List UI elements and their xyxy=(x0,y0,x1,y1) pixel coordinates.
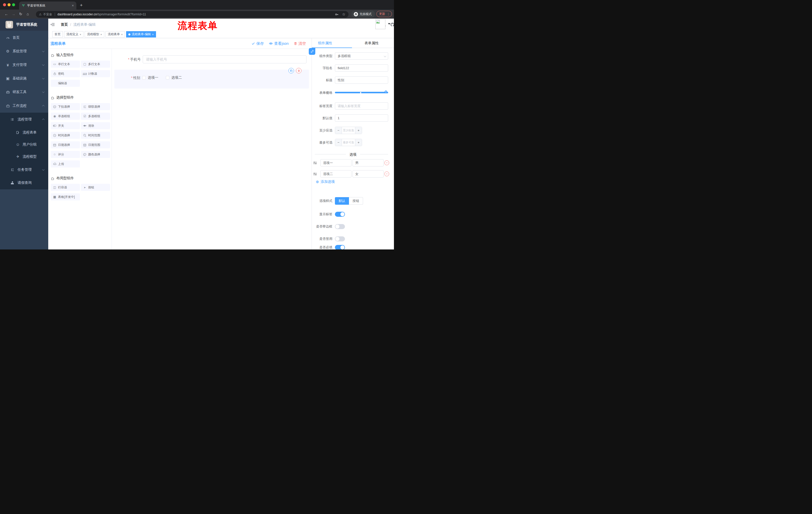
stepper-minus-button[interactable]: − xyxy=(335,127,342,134)
sidebar-item-system[interactable]: ⚙ 系统管理 xyxy=(0,45,48,58)
reload-icon[interactable]: ↻ xyxy=(19,12,22,16)
title-input[interactable] xyxy=(335,77,388,84)
slider-handle[interactable] xyxy=(385,90,387,93)
avatar-dropdown-caret[interactable] xyxy=(388,23,390,25)
tag-close-icon[interactable]: × xyxy=(152,33,153,36)
gender-checkbox-option1[interactable]: 选项一 xyxy=(142,76,158,80)
field-name-input[interactable] xyxy=(335,64,388,72)
stepper-minus-button[interactable]: − xyxy=(335,139,342,146)
tag-process-model[interactable]: 流程模型 × xyxy=(85,31,104,37)
checkbox-box[interactable] xyxy=(166,76,169,79)
remove-option1-button[interactable]: − xyxy=(384,160,389,165)
option2-label-input[interactable] xyxy=(320,170,351,178)
form-canvas[interactable]: 手机号 性别 选项一 选项二 xyxy=(112,49,312,249)
border-toggle[interactable] xyxy=(335,224,345,229)
sidebar-item-user-group[interactable]: ☺ 用户分组 xyxy=(0,139,48,151)
sidebar-item-process-form[interactable]: 流程表单 xyxy=(0,127,48,139)
field-link-tab[interactable] xyxy=(309,48,315,55)
clear-button[interactable]: 清空 xyxy=(294,41,306,46)
required-toggle[interactable] xyxy=(335,245,345,249)
password-key-icon[interactable] xyxy=(335,12,339,16)
stepper-plus-button[interactable]: + xyxy=(355,127,362,134)
component-multi-line-text[interactable]: ▢多行文本 xyxy=(81,61,110,67)
window-close-button[interactable] xyxy=(3,3,6,6)
component-color-picker[interactable]: 颜色选择 xyxy=(81,151,110,158)
option1-label-input[interactable] xyxy=(320,159,351,166)
remove-option2-button[interactable]: − xyxy=(384,171,389,176)
option1-value-input[interactable] xyxy=(352,159,384,166)
sidebar-item-process-mgmt[interactable]: 流程管理 xyxy=(0,113,48,126)
tag-close-icon[interactable]: × xyxy=(80,33,81,36)
disabled-toggle[interactable] xyxy=(335,236,345,241)
component-password[interactable]: 密码 xyxy=(51,70,80,77)
default-value-input[interactable] xyxy=(335,114,388,122)
stepper-plus-button[interactable]: + xyxy=(355,139,362,146)
component-radio-group[interactable]: ◉单选框组 xyxy=(51,113,80,120)
option-drag-handle[interactable] xyxy=(313,161,317,165)
style-button-button[interactable]: 按钮 xyxy=(349,197,363,205)
browser-menu-dots-icon[interactable]: ⋮ xyxy=(387,12,390,16)
add-option-button[interactable]: ⊕ 添加选项 xyxy=(316,180,335,184)
tag-process-form[interactable]: 流程表单 × xyxy=(106,31,125,37)
tag-process-definition[interactable]: 流程定义 × xyxy=(64,31,83,37)
sidebar-item-process-model[interactable]: ✈ 流程模型 xyxy=(0,151,48,163)
component-time-picker[interactable]: 时间选择 xyxy=(51,132,80,139)
back-icon[interactable]: ← xyxy=(4,12,8,16)
tab-component-props[interactable]: 组件属性 xyxy=(318,38,332,48)
sidebar-item-payment[interactable]: ¥ 支付管理 xyxy=(0,58,48,72)
style-default-button[interactable]: 默认 xyxy=(335,197,349,205)
tab-close-icon[interactable]: × xyxy=(72,3,74,7)
avatar[interactable] xyxy=(375,19,385,29)
tab-form-props[interactable]: 表单属性 xyxy=(365,38,379,48)
tag-close-icon[interactable]: × xyxy=(121,33,123,36)
component-time-range[interactable]: 时间范围 xyxy=(81,132,110,139)
component-date-picker[interactable]: 日期选择 xyxy=(51,141,80,148)
forward-icon[interactable]: → xyxy=(11,12,15,16)
save-button[interactable]: 保存 xyxy=(252,41,264,46)
component-row-container[interactable]: ◫行容器 xyxy=(51,184,80,191)
github-link-button[interactable] xyxy=(390,19,394,30)
window-zoom-button[interactable] xyxy=(12,3,15,6)
form-grid-slider[interactable] xyxy=(335,92,388,93)
component-date-range[interactable]: 日期范围 xyxy=(81,141,110,148)
option2-value-input[interactable] xyxy=(352,170,384,178)
component-upload[interactable]: 上传 xyxy=(51,160,80,167)
min-select-placeholder[interactable]: 至少应选 xyxy=(342,127,355,134)
max-select-placeholder[interactable]: 最多可选 xyxy=(342,139,355,146)
sidebar-item-workflow[interactable]: 工作流程 xyxy=(0,99,48,113)
component-single-line-text[interactable]: ▭单行文本 xyxy=(51,61,80,67)
breadcrumb-home[interactable]: 首页 xyxy=(61,22,68,27)
component-cascader[interactable]: 级联选择 xyxy=(81,103,110,110)
sidebar-item-devtools[interactable]: 研发工具 xyxy=(0,85,48,99)
not-secure-label[interactable]: 不安全 xyxy=(43,12,52,17)
browser-update-button[interactable]: 更新 ⋮ xyxy=(376,11,392,17)
sidebar-item-leave-query[interactable]: 请假查询 xyxy=(0,177,48,189)
tag-home[interactable]: 首页 xyxy=(52,31,63,37)
sidebar-item-task-mgmt[interactable]: 任务管理 xyxy=(0,164,48,176)
new-tab-button[interactable]: + xyxy=(80,2,83,8)
sidebar-item-infra[interactable]: ▣ 基础设施 xyxy=(0,72,48,85)
tag-process-form-edit[interactable]: 流程表单-编辑 × xyxy=(126,31,156,37)
sidebar-logo[interactable]: 芋道管理系统 xyxy=(0,19,48,31)
phone-field-input[interactable] xyxy=(143,55,307,63)
component-slider[interactable]: 滑块 xyxy=(81,122,110,129)
option-drag-handle[interactable] xyxy=(313,172,317,176)
address-bar[interactable]: ⚠ 不安全 dashboard.yudao.iocoder.cn/bpm/man… xyxy=(36,11,348,18)
component-rate[interactable]: ☆评分 xyxy=(51,151,80,158)
component-select[interactable]: 下拉选择 xyxy=(51,103,80,110)
sidebar-item-home[interactable]: 首页 xyxy=(0,31,48,45)
component-switch[interactable]: 开关 xyxy=(51,122,80,129)
window-minimize-button[interactable] xyxy=(7,3,10,6)
copy-component-button[interactable] xyxy=(288,68,294,74)
bookmark-star-icon[interactable]: ☆ xyxy=(342,12,345,17)
selected-component-gender[interactable]: 性别 选项一 选项二 xyxy=(114,70,309,88)
gender-checkbox-option2[interactable]: 选项二 xyxy=(166,76,182,80)
label-width-input[interactable] xyxy=(335,102,388,110)
checkbox-box[interactable] xyxy=(142,76,146,79)
delete-component-button[interactable] xyxy=(296,68,301,74)
sidebar-collapse-button[interactable] xyxy=(50,19,55,30)
component-table[interactable]: ▦表格[开发中] xyxy=(51,193,80,200)
home-icon[interactable]: ⌂ xyxy=(27,12,29,16)
component-button[interactable]: ➤按钮 xyxy=(81,184,110,191)
tag-close-icon[interactable]: × xyxy=(100,33,102,36)
